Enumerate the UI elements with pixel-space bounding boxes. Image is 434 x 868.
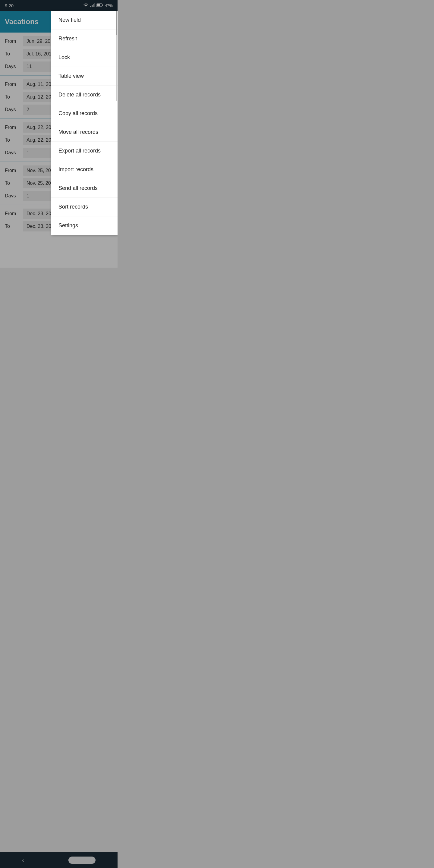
- menu-item-table-view[interactable]: Table view: [51, 67, 118, 86]
- menu-item-import-records[interactable]: Import records: [51, 160, 118, 179]
- menu-item-move-all-records[interactable]: Move all records: [51, 123, 118, 142]
- menu-scrollbar-thumb: [116, 11, 117, 35]
- menu-item-copy-all-records[interactable]: Copy all records: [51, 104, 118, 123]
- menu-item-new-field[interactable]: New field: [51, 11, 118, 30]
- menu-item-delete-all-records[interactable]: Delete all records: [51, 86, 118, 104]
- context-menu: New fieldRefreshLockTable viewDelete all…: [51, 11, 118, 235]
- menu-item-refresh[interactable]: Refresh: [51, 30, 118, 48]
- menu-item-send-all-records[interactable]: Send all records: [51, 179, 118, 198]
- page-wrapper: 9:20: [0, 0, 118, 268]
- menu-item-export-all-records[interactable]: Export all records: [51, 142, 118, 160]
- menu-scrollbar-track: [116, 11, 117, 101]
- menu-item-lock[interactable]: Lock: [51, 48, 118, 67]
- menu-item-settings[interactable]: Settings: [51, 216, 118, 235]
- menu-item-sort-records[interactable]: Sort records: [51, 198, 118, 216]
